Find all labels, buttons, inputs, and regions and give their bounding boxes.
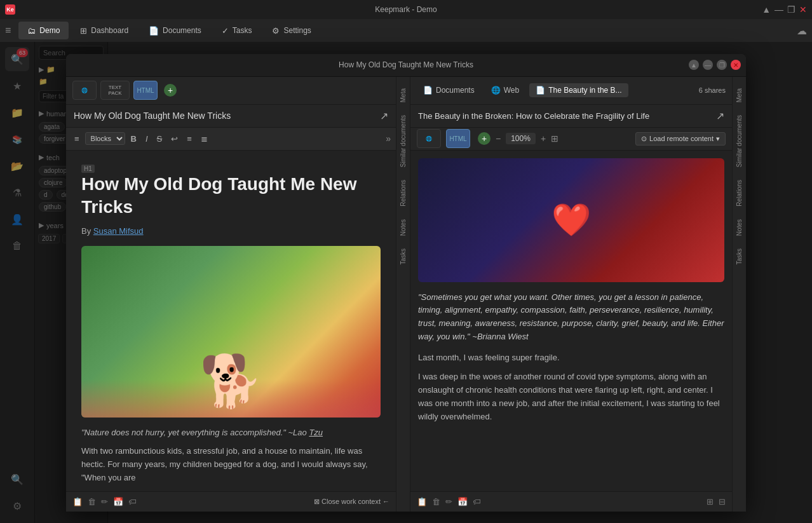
right-share-btn[interactable]: ↗ [716, 110, 724, 122]
more-formats-icon[interactable]: » [386, 133, 391, 144]
right-vtab-meta[interactable]: Meta [733, 82, 745, 109]
cloud-icon[interactable]: ☁ [797, 25, 807, 37]
right-doc-header: 📄 Documents 🌐 Web 📄 The Beauty in the B.… [410, 77, 732, 105]
right-tab-documents[interactable]: 📄 Documents [417, 83, 481, 97]
doc-edit-icon[interactable]: ✏ [101, 497, 108, 506]
left-vtab-similar[interactable]: Similar documents [397, 109, 409, 173]
right-format-bar: 🌐 HTML + − 100% + ⊞ ⊙ [410, 128, 732, 151]
right-documents-tab-label: Documents [436, 86, 475, 95]
book-para1: Last month, I was feeling super fragile. [418, 351, 724, 365]
titlebar-fullscreen[interactable]: ❐ [787, 4, 795, 15]
format-textpack-btn[interactable]: TEXT PACK [100, 81, 130, 100]
modal-overlay: How My Old Dog Taught Me New Tricks ▲ — … [0, 42, 812, 523]
quote-tzu: Tzu [309, 428, 323, 437]
author-link[interactable]: Susan Mifsud [93, 226, 144, 236]
right-list-icon[interactable]: ⊟ [719, 497, 726, 506]
left-vtab-relations[interactable]: Relations [397, 173, 409, 213]
load-remote-chevron: ▾ [716, 135, 720, 143]
nav-tab-settings[interactable]: ⚙ Settings [263, 22, 320, 39]
author-prefix: By [81, 226, 91, 236]
right-documents-tab-icon: 📄 [423, 86, 433, 95]
right-vtab-notes[interactable]: Notes [733, 213, 745, 242]
doc-calendar-icon[interactable]: 📅 [113, 497, 123, 506]
nav-tab-dashboard[interactable]: ⊞ Dashboard [71, 22, 137, 39]
app-title: Keepmark - Demo [375, 5, 436, 14]
modal-body: 🌐 TEXT PACK HTML + How My Old Dog [66, 77, 746, 512]
ordered-list-btn[interactable]: ≣ [198, 132, 211, 146]
load-remote-btn[interactable]: ⊙ Load remote content ▾ [635, 132, 726, 146]
book-cover-image [418, 158, 724, 282]
right-vtab-similar[interactable]: Similar documents [733, 109, 745, 173]
nav-right: ☁ [797, 25, 807, 37]
format-html-btn[interactable]: HTML [133, 81, 158, 100]
modal-expand-btn[interactable]: ▲ [689, 60, 699, 70]
right-title-text: The Beauty in the Broken: How to Celebra… [418, 111, 711, 121]
zoom-in-btn[interactable]: + [541, 133, 546, 144]
doc-delete-icon[interactable]: 🗑 [88, 497, 96, 506]
doc-share-btn[interactable]: ↗ [380, 110, 388, 122]
right-web-tab-icon: 🌐 [491, 86, 501, 95]
right-format-html-btn[interactable]: HTML [446, 129, 470, 148]
settings-tab-icon: ⚙ [272, 26, 280, 36]
right-web-tab-label: Web [504, 86, 519, 95]
load-remote-label: Load remote content [649, 135, 714, 142]
right-format-globe-btn[interactable]: 🌐 [417, 129, 441, 148]
edit-mode-btn[interactable]: ≡ [71, 132, 83, 146]
titlebar-minimize[interactable]: ▲ [762, 4, 771, 15]
fit-btn[interactable]: ⊞ [551, 133, 558, 144]
modal-close-btn[interactable]: ✕ [731, 60, 741, 70]
modal-min-btn[interactable]: — [703, 60, 713, 70]
right-panel-wrap: 📄 Documents 🌐 Web 📄 The Beauty in the B.… [410, 77, 746, 512]
unordered-list-btn[interactable]: ≡ [184, 132, 195, 146]
undo-btn[interactable]: ↩ [168, 132, 181, 146]
doc-copy-icon[interactable]: 📋 [72, 497, 83, 506]
format-globe-btn[interactable]: 🌐 [72, 81, 97, 100]
modal-max-btn[interactable]: ❐ [717, 60, 727, 70]
dashboard-tab-label: Dashboard [91, 26, 128, 35]
right-copy-icon[interactable]: 📋 [417, 497, 427, 506]
right-html-label: HTML [449, 135, 466, 142]
zoom-out-btn[interactable]: − [496, 133, 501, 144]
nav-tab-tasks[interactable]: ✓ Tasks [213, 22, 261, 39]
textpack-label: TEXT [109, 85, 121, 90]
add-format-btn[interactable]: + [164, 84, 177, 97]
right-vtab-relations[interactable]: Relations [733, 173, 745, 213]
textpack-sub: PACK [108, 90, 121, 96]
blocks-select[interactable]: Blocks [85, 132, 125, 145]
close-context-btn[interactable]: ⊠ Close work context ← [314, 498, 389, 506]
dog-flowers [81, 379, 381, 418]
doc-tag-icon[interactable]: 🏷 [128, 497, 137, 506]
left-vtab-notes[interactable]: Notes [397, 213, 409, 242]
right-bottom-bar: 📋 🗑 ✏ 📅 🏷 ⊞ ⊟ [410, 491, 732, 512]
right-tag-icon[interactable]: 🏷 [473, 497, 481, 506]
right-grid-icon[interactable]: ⊞ [707, 497, 714, 506]
left-vtab-meta[interactable]: Meta [397, 82, 409, 109]
main-layout: 🔍 63 ★ 📁 📚 📂 ⚗ 👤 🗑 🔍 ⚙ [0, 42, 812, 523]
dashboard-tab-icon: ⊞ [80, 26, 87, 36]
titlebar-close[interactable]: ✕ [799, 4, 807, 15]
right-add-format-btn[interactable]: + [478, 132, 491, 145]
left-vtab-tasks[interactable]: Tasks [397, 242, 409, 271]
titlebar-hide[interactable]: — [775, 4, 783, 15]
right-doc-panel: 📄 Documents 🌐 Web 📄 The Beauty in the B.… [410, 77, 732, 512]
demo-tab-label: Demo [39, 26, 60, 35]
right-calendar-icon[interactable]: 📅 [457, 497, 468, 506]
modal-controls: ▲ — ❐ ✕ [689, 60, 741, 70]
right-edit-icon[interactable]: ✏ [445, 497, 452, 506]
titlebar-controls[interactable]: ▲ — ❐ ✕ [762, 4, 807, 15]
nav-tab-documents[interactable]: 📄 Documents [140, 22, 210, 39]
right-bottom-icons: 📋 🗑 ✏ 📅 🏷 [417, 497, 481, 506]
title-bar: Ke Keepmark - Demo ▲ — ❐ ✕ [0, 0, 812, 19]
hamburger-menu[interactable]: ≡ [5, 25, 11, 36]
nav-tab-demo[interactable]: 🗂 Demo [18, 22, 69, 39]
strikethrough-btn[interactable]: S [154, 132, 166, 146]
right-delete-icon[interactable]: 🗑 [432, 497, 440, 506]
doc-toolbar: 🌐 TEXT PACK HTML + [66, 77, 396, 105]
right-tab-web[interactable]: 🌐 Web [485, 83, 525, 97]
italic-btn[interactable]: I [142, 132, 151, 146]
right-tab-beauty[interactable]: 📄 The Beauty in the B... [529, 83, 628, 97]
documents-tab-icon: 📄 [149, 26, 159, 36]
right-vtab-tasks[interactable]: Tasks [733, 242, 745, 271]
bold-btn[interactable]: B [128, 132, 140, 146]
right-doc-title-row: The Beauty in the Broken: How to Celebra… [410, 105, 732, 128]
